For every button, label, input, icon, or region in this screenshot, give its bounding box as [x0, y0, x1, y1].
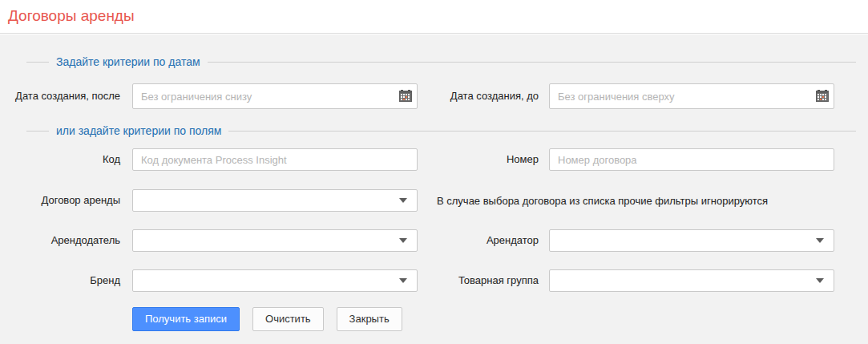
fields-section-legend-label: или задайте критерии по полям: [49, 124, 228, 137]
contract-dropdown[interactable]: [132, 189, 418, 212]
lease-contracts-filter-window: Договоры аренды Задайте критерии по дата…: [0, 0, 868, 344]
chevron-down-icon: [399, 238, 407, 243]
tenant-label: Арендатор: [433, 229, 539, 252]
contract-label: Договор аренды: [0, 189, 120, 212]
brand-dropdown-value: [133, 270, 417, 291]
tenant-dropdown-value: [550, 230, 834, 251]
chevron-down-icon: [816, 238, 824, 243]
dates-section-legend: Задайте критерии по датам: [26, 55, 856, 68]
filter-form-panel: [0, 34, 868, 344]
dates-section-legend-label: Задайте критерии по датам: [49, 55, 208, 68]
calendar-icon[interactable]: [816, 90, 829, 103]
legend-rule: [26, 62, 49, 63]
number-input[interactable]: [549, 148, 834, 171]
legend-rule: [26, 131, 49, 132]
date-to-field-wrap: [549, 83, 834, 109]
lessor-dropdown[interactable]: [132, 229, 418, 252]
contract-dropdown-value: [133, 190, 417, 211]
number-field-wrap: [549, 148, 834, 171]
code-input[interactable]: [132, 148, 418, 171]
date-to-input[interactable]: [549, 83, 834, 109]
product-group-label: Товарная группа: [433, 269, 539, 292]
legend-rule: [228, 131, 856, 132]
code-field-wrap: [132, 148, 418, 171]
product-group-dropdown-value: [550, 270, 834, 291]
get-records-button[interactable]: Получить записи: [132, 307, 240, 331]
chevron-down-icon: [816, 278, 824, 283]
lessor-label: Арендодатель: [0, 229, 120, 252]
tenant-dropdown[interactable]: [549, 229, 834, 252]
date-after-field-wrap: [132, 83, 418, 109]
number-label: Номер: [433, 148, 539, 171]
page-title: Договоры аренды: [8, 7, 135, 25]
date-after-label: Дата создания, после: [0, 83, 120, 109]
fields-section-legend: или задайте критерии по полям: [26, 124, 856, 137]
calendar-icon[interactable]: [399, 90, 412, 103]
chevron-down-icon: [399, 278, 407, 283]
action-buttons: Получить записи Очистить Закрыть: [132, 307, 402, 331]
product-group-dropdown[interactable]: [549, 269, 834, 292]
date-after-input[interactable]: [132, 83, 418, 109]
code-label: Код: [0, 148, 120, 171]
clear-button[interactable]: Очистить: [252, 307, 324, 331]
window-header: Договоры аренды: [0, 0, 868, 34]
legend-rule: [208, 62, 856, 63]
contract-note: В случае выбора договора из списка прочи…: [437, 195, 768, 207]
brand-label: Бренд: [0, 269, 120, 292]
chevron-down-icon: [399, 198, 407, 203]
lessor-dropdown-value: [133, 230, 417, 251]
close-button[interactable]: Закрыть: [337, 307, 402, 331]
date-to-label: Дата создания, до: [433, 83, 539, 109]
brand-dropdown[interactable]: [132, 269, 418, 292]
